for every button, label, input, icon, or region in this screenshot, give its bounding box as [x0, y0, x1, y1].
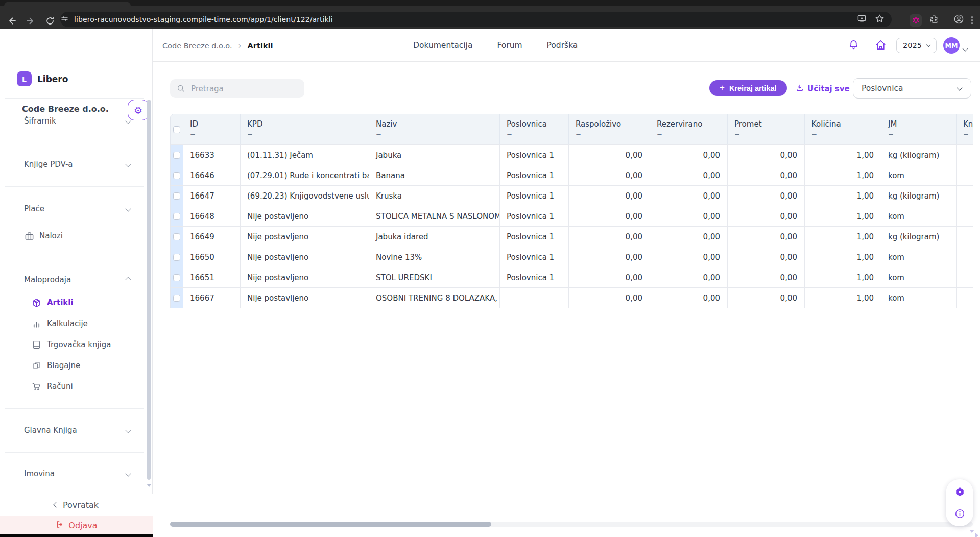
filter-operator[interactable]: = — [734, 131, 804, 139]
cell-promet: 0,00 — [728, 227, 805, 247]
filter-operator[interactable]: = — [963, 131, 973, 139]
table-row[interactable]: 16647 (69.20.23) Knjigovodstvene usluge … — [171, 185, 973, 206]
breadcrumb-root[interactable]: Code Breeze d.o.o. — [162, 42, 232, 50]
profile-icon[interactable] — [953, 14, 964, 27]
nav-dokumentacija[interactable]: Dokumentacija — [413, 41, 472, 50]
chevron-down-icon — [125, 427, 131, 433]
year-select[interactable]: 2025 — [896, 38, 937, 53]
row-checkbox[interactable] — [173, 254, 180, 261]
browser-forward-icon[interactable] — [26, 16, 36, 26]
search-box[interactable] — [170, 79, 304, 98]
table-row[interactable]: 16650 Nije postavljeno Novine 13% Poslov… — [171, 247, 973, 267]
table-row[interactable]: 16667 Nije postavljeno OSOBNI TRENING 8 … — [171, 287, 973, 308]
column-header-jm[interactable]: JM= — [881, 114, 957, 144]
sidebar-group-sifrarnik[interactable]: Šifrarnik — [0, 112, 153, 130]
sidebar-item-nalozi[interactable]: Nalozi — [0, 227, 153, 245]
cell-id: 16667 — [183, 288, 241, 308]
sidebar-group-imovina[interactable]: Imovina — [0, 465, 153, 482]
url-text[interactable]: libero-racunovodstvo-staging.compile-tim… — [74, 15, 333, 23]
cell-promet: 0,00 — [728, 288, 805, 308]
sidebar-item-kalkulacije[interactable]: Kalkulacije — [0, 315, 153, 332]
table-horizontal-scrollbar-thumb[interactable] — [170, 522, 491, 527]
logout-button[interactable]: Odjava — [0, 516, 153, 534]
filter-operator[interactable]: = — [247, 131, 369, 139]
row-checkbox[interactable] — [173, 233, 180, 240]
column-header-kpd[interactable]: KPD= — [241, 114, 369, 144]
column-header-rezervirano[interactable]: Rezervirano= — [650, 114, 728, 144]
filter-operator[interactable]: = — [657, 131, 727, 139]
nav-forum[interactable]: Forum — [497, 41, 522, 50]
cell-kpd: Nije postavljeno — [241, 247, 369, 267]
cell-poslovnica: Poslovnica 1 — [500, 186, 569, 206]
back-button[interactable]: Povratak — [0, 494, 153, 516]
browser-tab-strip — [0, 0, 980, 6]
sidebar-scroll-arrow-icon[interactable] — [147, 484, 152, 487]
browser-reload-icon[interactable] — [45, 16, 55, 26]
filter-operator[interactable]: = — [888, 131, 956, 139]
filter-operator[interactable]: = — [376, 131, 499, 139]
table-row[interactable]: 16651 Nije postavljeno STOL UREDSKI Posl… — [171, 267, 973, 287]
filter-operator[interactable]: = — [190, 131, 240, 139]
row-checkbox[interactable] — [173, 295, 180, 302]
home-icon[interactable] — [875, 39, 887, 51]
create-article-button[interactable]: + Kreiraj artikal — [709, 80, 787, 96]
column-header-naziv[interactable]: Naziv= — [369, 114, 500, 144]
sidebar-group-glavna-knjiga[interactable]: Glavna Knjiga — [0, 422, 153, 439]
sidebar-group-knjige-pdva[interactable]: Knjige PDV-a — [0, 156, 153, 173]
sidebar-item-trgovacka-knjiga[interactable]: Trgovačka knjiga — [0, 336, 153, 353]
search-input[interactable] — [191, 84, 293, 93]
column-header-promet[interactable]: Promet= — [728, 114, 805, 144]
cell-raspolozivo: 0,00 — [569, 186, 650, 206]
table-row[interactable]: 16648 Nije postavljeno STOLICA METALNA S… — [171, 206, 973, 226]
filter-operator[interactable]: = — [576, 131, 650, 139]
load-all-button[interactable]: Učitaj sve — [796, 84, 850, 94]
cell-kpd: Nije postavljeno — [241, 206, 369, 226]
row-checkbox[interactable] — [173, 274, 180, 281]
sidebar-group-place[interactable]: Plaće — [0, 200, 153, 217]
column-header-id[interactable]: ID= — [183, 114, 241, 144]
column-header-raspolozivo[interactable]: Raspoloživo= — [569, 114, 650, 144]
avatar-menu-chevron[interactable] — [963, 43, 967, 53]
cell-raspolozivo: 0,00 — [569, 247, 650, 267]
settings-hex-icon[interactable] — [954, 486, 965, 497]
column-header-poslovnica[interactable]: Poslovnica= — [500, 114, 569, 144]
row-select-cell — [171, 206, 183, 226]
browser-back-icon[interactable] — [7, 16, 17, 26]
row-checkbox[interactable] — [173, 213, 180, 220]
browser-tab[interactable] — [4, 2, 131, 6]
avatar[interactable]: MM — [943, 37, 960, 54]
address-bar[interactable]: libero-racunovodstvo-staging.compile-tim… — [60, 12, 892, 27]
filter-operator[interactable]: = — [811, 131, 881, 139]
extensions-puzzle-icon[interactable] — [929, 14, 939, 26]
branch-select[interactable]: Poslovnica — [853, 78, 971, 99]
sidebar-group-maloprodaja[interactable]: Maloprodaja — [0, 271, 153, 288]
sidebar-scrollbar[interactable] — [147, 100, 151, 480]
row-checkbox[interactable] — [173, 172, 180, 179]
install-app-icon[interactable] — [857, 14, 867, 26]
filter-operator[interactable]: = — [507, 131, 568, 139]
book-icon — [32, 340, 41, 350]
window-edge — [0, 534, 153, 537]
select-all-checkbox[interactable] — [173, 126, 180, 133]
cell-rezervirano: 0,00 — [650, 227, 728, 247]
row-checkbox[interactable] — [173, 152, 180, 159]
sidebar-item-artikli[interactable]: Artikli — [0, 294, 153, 311]
bookmark-star-icon[interactable] — [875, 14, 885, 26]
column-header-kn[interactable]: Kn= — [957, 114, 973, 144]
chrome-menu-icon[interactable] — [971, 16, 973, 24]
table-row[interactable]: 16633 (01.11.31) Ječam Jabuka Poslovnica… — [171, 144, 973, 165]
package-icon — [32, 298, 41, 308]
info-icon[interactable] — [954, 508, 965, 519]
table-row[interactable]: 16646 (07.29.01) Rude i koncentrati bakr… — [171, 165, 973, 185]
cell-id: 16646 — [183, 165, 241, 185]
site-settings-tune-icon[interactable] — [60, 14, 69, 25]
sidebar-item-racuni[interactable]: Računi — [0, 378, 153, 395]
graphql-extension-icon[interactable] — [910, 14, 922, 27]
nav-podrska[interactable]: Podrška — [547, 41, 578, 50]
cash-register-icon — [32, 361, 41, 371]
sidebar-item-blagajne[interactable]: Blagajne — [0, 357, 153, 374]
table-row[interactable]: 16649 Nije postavljeno Jabuka idared Pos… — [171, 226, 973, 247]
column-header-kolicina[interactable]: Količina= — [805, 114, 881, 144]
notifications-bell-icon[interactable] — [848, 39, 859, 51]
row-checkbox[interactable] — [173, 192, 180, 200]
